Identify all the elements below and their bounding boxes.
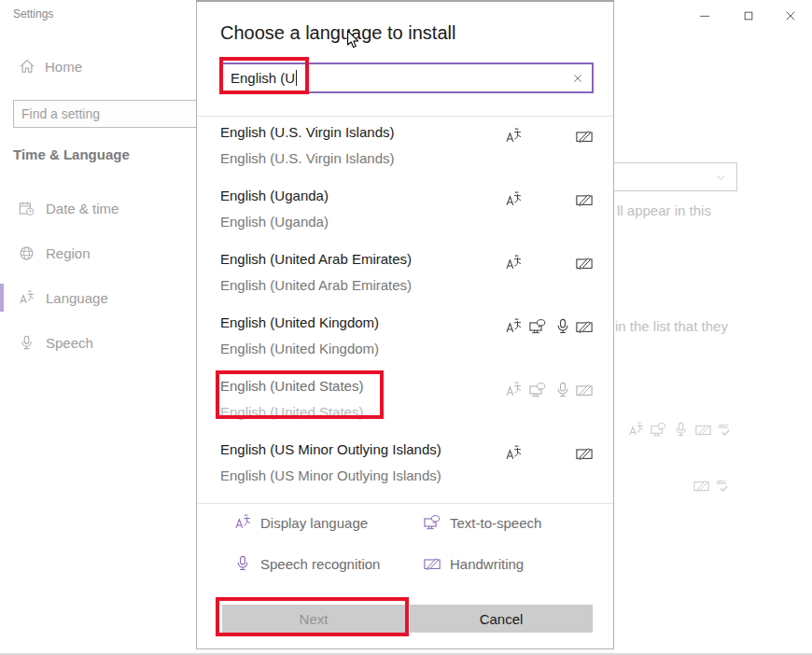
settings-window: Settings Home Time & Language Date & tim… (0, 0, 812, 655)
maximize-button[interactable] (736, 5, 761, 27)
chevron-down-icon (715, 172, 727, 184)
next-button-label: Next (300, 611, 329, 627)
language-search-input[interactable]: English (U (219, 63, 594, 93)
sidebar-item-region[interactable]: Region (0, 234, 196, 272)
legend-label: Display language (260, 515, 368, 531)
language-capability-icons (628, 422, 734, 438)
language-primary: English (Uganda) (220, 188, 329, 203)
language-capability-icons (505, 382, 598, 400)
sidebar-item-label: Speech (46, 335, 93, 351)
language-capability-icons (505, 255, 598, 273)
language-secondary: English (United Kingdom) (220, 341, 379, 356)
cancel-button-label: Cancel (480, 611, 524, 627)
text-caret (296, 70, 297, 86)
clear-search-button[interactable] (564, 64, 592, 91)
app-title: Settings (13, 7, 53, 21)
display-language-icon (505, 318, 522, 335)
choose-language-dialog: Choose a language to install English (U … (196, 0, 614, 649)
text-to-speech-icon (529, 382, 546, 398)
language-option-united-arab-emirates[interactable]: English (United Arab Emirates) English (… (220, 244, 594, 303)
microphone-icon (19, 335, 35, 351)
language-capability-icons (505, 191, 598, 210)
language-primary: English (United Arab Emirates) (220, 251, 412, 267)
speech-recognition-icon (234, 555, 251, 572)
language-primary: English (United States) (220, 378, 363, 394)
display-language-icon (505, 382, 522, 398)
handwriting-icon (576, 255, 593, 272)
sidebar-item-date-time[interactable]: Date & time (0, 189, 196, 227)
search-value: English (U (221, 70, 295, 86)
background-text-fragment: ll appear in this (617, 202, 711, 218)
language-secondary: English (United States) (220, 404, 363, 420)
selection-bar (0, 239, 4, 267)
language-option-united-states[interactable]: English (United States) English (United … (220, 370, 594, 430)
sidebar-item-label: Home (45, 59, 82, 75)
language-secondary: English (U.S. Virgin Islands) (220, 150, 394, 166)
sidebar-item-label: Region (46, 245, 91, 261)
display-language-icon (505, 255, 522, 272)
handwriting-icon (695, 422, 711, 438)
minimize-icon (698, 9, 711, 22)
legend-text-to-speech: Text-to-speech (424, 514, 541, 531)
language-icon (19, 290, 35, 306)
dialog-title: Choose a language to install (220, 22, 455, 44)
speech-recognition-icon (673, 422, 689, 438)
sidebar-section-title: Time & Language (13, 146, 130, 162)
close-icon (572, 73, 583, 84)
handwriting-icon (693, 478, 709, 494)
language-capability-icons (505, 445, 598, 464)
language-primary: English (U.S. Virgin Islands) (220, 124, 394, 140)
sidebar-item-home[interactable]: Home (19, 58, 82, 75)
spellcheck-icon (718, 422, 734, 438)
handwriting-icon (576, 191, 593, 208)
legend-speech-recognition: Speech recognition (234, 555, 380, 572)
handwriting-icon (576, 445, 593, 462)
find-a-setting-input[interactable] (14, 101, 216, 127)
sidebar-item-label: Date & time (46, 201, 119, 216)
maximize-icon (742, 9, 755, 22)
display-language-icon (505, 445, 522, 462)
language-primary: English (United Kingdom) (220, 314, 379, 330)
display-language-icon (628, 422, 644, 438)
minimize-button[interactable] (693, 5, 717, 27)
language-secondary: English (United Arab Emirates) (220, 277, 412, 293)
handwriting-icon (424, 555, 441, 572)
text-to-speech-icon (529, 318, 546, 335)
language-secondary: English (US Minor Outlying Islands) (220, 467, 441, 483)
handwriting-icon (576, 382, 593, 398)
display-language-icon (505, 128, 522, 145)
speech-recognition-icon (554, 318, 571, 335)
display-language-icon (505, 191, 522, 208)
calendar-clock-icon (19, 201, 35, 216)
language-capability-icons (693, 478, 732, 494)
close-button[interactable] (778, 5, 803, 27)
language-option-united-kingdom[interactable]: English (United Kingdom) English (United… (220, 307, 594, 367)
background-text-fragment: in the list that they (615, 318, 728, 334)
language-option-us-virgin-islands[interactable]: English (U.S. Virgin Islands) English (U… (220, 117, 594, 176)
divider (197, 503, 613, 504)
language-primary: English (US Minor Outlying Islands) (220, 441, 441, 457)
legend-label: Text-to-speech (450, 515, 541, 531)
sidebar-item-language[interactable]: Language (0, 279, 196, 316)
language-secondary: English (Uganda) (220, 214, 329, 230)
home-icon (19, 58, 35, 75)
next-button[interactable]: Next (222, 605, 405, 633)
sidebar-item-speech[interactable]: Speech (0, 324, 196, 361)
find-a-setting-box[interactable] (13, 100, 202, 128)
handwriting-icon (576, 318, 593, 335)
cancel-button[interactable]: Cancel (410, 605, 593, 633)
text-to-speech-icon (424, 514, 441, 531)
language-capability-icons (505, 128, 598, 146)
language-option-uganda[interactable]: English (Uganda) English (Uganda) (220, 180, 594, 240)
language-option-us-minor-outlying-islands[interactable]: English (US Minor Outlying Islands) Engl… (220, 434, 594, 494)
spellcheck-icon (716, 478, 732, 494)
display-language-icon (234, 514, 251, 531)
language-capability-icons (505, 318, 598, 337)
legend-label: Speech recognition (260, 556, 380, 572)
selection-bar (0, 194, 4, 222)
legend-handwriting: Handwriting (424, 555, 524, 572)
globe-icon (19, 245, 35, 261)
selection-bar (0, 328, 4, 356)
close-icon (784, 9, 797, 22)
sidebar-item-label: Language (46, 290, 108, 306)
